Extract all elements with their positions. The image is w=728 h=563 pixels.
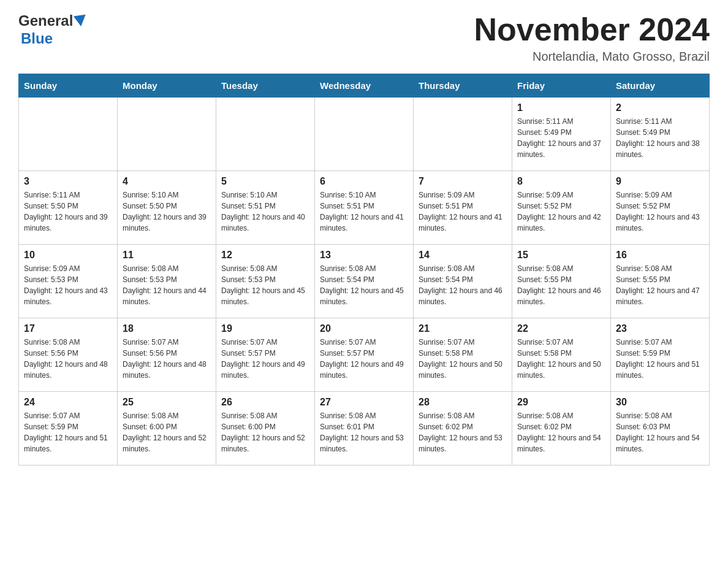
calendar-cell: 23 Sunrise: 5:07 AMSunset: 5:59 PMDaylig… xyxy=(611,318,710,392)
day-number: 12 xyxy=(221,250,309,261)
day-number: 14 xyxy=(419,250,507,261)
logo-area: General Blue xyxy=(18,12,88,48)
day-number: 3 xyxy=(24,176,112,187)
calendar-cell: 11 Sunrise: 5:08 AMSunset: 5:53 PMDaylig… xyxy=(118,245,216,318)
day-info: Sunrise: 5:08 AMSunset: 5:55 PMDaylight:… xyxy=(517,263,605,307)
day-number: 17 xyxy=(24,323,112,334)
calendar-cell: 28 Sunrise: 5:08 AMSunset: 6:02 PMDaylig… xyxy=(414,392,512,465)
location-subtitle: Nortelandia, Mato Grosso, Brazil xyxy=(474,50,710,64)
calendar-cell: 18 Sunrise: 5:07 AMSunset: 5:56 PMDaylig… xyxy=(118,318,216,392)
calendar-cell xyxy=(315,98,414,171)
calendar-cell: 7 Sunrise: 5:09 AMSunset: 5:51 PMDayligh… xyxy=(414,171,512,245)
calendar-cell: 3 Sunrise: 5:11 AMSunset: 5:50 PMDayligh… xyxy=(19,171,118,245)
calendar-cell xyxy=(414,98,512,171)
calendar-cell xyxy=(118,98,216,171)
day-info: Sunrise: 5:08 AMSunset: 5:53 PMDaylight:… xyxy=(221,263,309,307)
calendar-cell: 6 Sunrise: 5:10 AMSunset: 5:51 PMDayligh… xyxy=(315,171,414,245)
day-number: 6 xyxy=(320,176,408,187)
calendar-cell: 5 Sunrise: 5:10 AMSunset: 5:51 PMDayligh… xyxy=(216,171,315,245)
day-info: Sunrise: 5:08 AMSunset: 5:56 PMDaylight:… xyxy=(24,337,112,381)
week-row-3: 10 Sunrise: 5:09 AMSunset: 5:53 PMDaylig… xyxy=(19,245,710,318)
calendar-cell: 8 Sunrise: 5:09 AMSunset: 5:52 PMDayligh… xyxy=(512,171,611,245)
day-info: Sunrise: 5:07 AMSunset: 5:58 PMDaylight:… xyxy=(419,337,507,381)
day-number: 24 xyxy=(24,397,112,408)
calendar-cell xyxy=(216,98,315,171)
calendar-cell: 16 Sunrise: 5:08 AMSunset: 5:55 PMDaylig… xyxy=(611,245,710,318)
calendar-cell: 21 Sunrise: 5:07 AMSunset: 5:58 PMDaylig… xyxy=(414,318,512,392)
day-number: 9 xyxy=(616,176,704,187)
week-row-4: 17 Sunrise: 5:08 AMSunset: 5:56 PMDaylig… xyxy=(19,318,710,392)
week-row-5: 24 Sunrise: 5:07 AMSunset: 5:59 PMDaylig… xyxy=(19,392,710,465)
day-number: 21 xyxy=(419,323,507,334)
day-info: Sunrise: 5:10 AMSunset: 5:51 PMDaylight:… xyxy=(320,190,408,234)
day-number: 8 xyxy=(517,176,605,187)
calendar-cell: 12 Sunrise: 5:08 AMSunset: 5:53 PMDaylig… xyxy=(216,245,315,318)
day-number: 23 xyxy=(616,323,704,334)
calendar-cell: 26 Sunrise: 5:08 AMSunset: 6:00 PMDaylig… xyxy=(216,392,315,465)
calendar-cell: 20 Sunrise: 5:07 AMSunset: 5:57 PMDaylig… xyxy=(315,318,414,392)
day-number: 10 xyxy=(24,250,112,261)
header-monday: Monday xyxy=(118,74,216,98)
day-info: Sunrise: 5:07 AMSunset: 5:57 PMDaylight:… xyxy=(221,337,309,381)
day-info: Sunrise: 5:10 AMSunset: 5:51 PMDaylight:… xyxy=(221,190,309,234)
day-info: Sunrise: 5:08 AMSunset: 6:01 PMDaylight:… xyxy=(320,410,408,454)
month-title: November 2024 xyxy=(474,12,710,47)
day-info: Sunrise: 5:11 AMSunset: 5:50 PMDaylight:… xyxy=(24,190,112,234)
calendar-cell: 4 Sunrise: 5:10 AMSunset: 5:50 PMDayligh… xyxy=(118,171,216,245)
page-header: General Blue November 2024 Nortelandia, … xyxy=(18,12,710,64)
day-number: 4 xyxy=(123,176,211,187)
week-row-1: 1 Sunrise: 5:11 AMSunset: 5:49 PMDayligh… xyxy=(19,98,710,171)
day-number: 27 xyxy=(320,397,408,408)
header-thursday: Thursday xyxy=(414,74,512,98)
calendar-cell: 14 Sunrise: 5:08 AMSunset: 5:54 PMDaylig… xyxy=(414,245,512,318)
day-number: 30 xyxy=(616,397,704,408)
calendar-cell: 13 Sunrise: 5:08 AMSunset: 5:54 PMDaylig… xyxy=(315,245,414,318)
day-info: Sunrise: 5:08 AMSunset: 6:02 PMDaylight:… xyxy=(419,410,507,454)
calendar-cell: 30 Sunrise: 5:08 AMSunset: 6:03 PMDaylig… xyxy=(611,392,710,465)
day-info: Sunrise: 5:08 AMSunset: 6:00 PMDaylight:… xyxy=(221,410,309,454)
day-number: 29 xyxy=(517,397,605,408)
day-info: Sunrise: 5:09 AMSunset: 5:52 PMDaylight:… xyxy=(517,190,605,234)
day-info: Sunrise: 5:07 AMSunset: 5:59 PMDaylight:… xyxy=(616,337,704,381)
day-number: 15 xyxy=(517,250,605,261)
header-friday: Friday xyxy=(512,74,611,98)
calendar-cell: 1 Sunrise: 5:11 AMSunset: 5:49 PMDayligh… xyxy=(512,98,611,171)
day-info: Sunrise: 5:08 AMSunset: 6:03 PMDaylight:… xyxy=(616,410,704,454)
calendar-cell: 17 Sunrise: 5:08 AMSunset: 5:56 PMDaylig… xyxy=(19,318,118,392)
calendar-cell: 9 Sunrise: 5:09 AMSunset: 5:52 PMDayligh… xyxy=(611,171,710,245)
day-info: Sunrise: 5:08 AMSunset: 5:53 PMDaylight:… xyxy=(123,263,211,307)
day-number: 11 xyxy=(123,250,211,261)
calendar-cell: 15 Sunrise: 5:08 AMSunset: 5:55 PMDaylig… xyxy=(512,245,611,318)
day-number: 28 xyxy=(419,397,507,408)
day-number: 5 xyxy=(221,176,309,187)
day-number: 18 xyxy=(123,323,211,334)
day-info: Sunrise: 5:08 AMSunset: 5:54 PMDaylight:… xyxy=(320,263,408,307)
day-number: 22 xyxy=(517,323,605,334)
day-info: Sunrise: 5:10 AMSunset: 5:50 PMDaylight:… xyxy=(123,190,211,234)
day-number: 1 xyxy=(517,102,605,113)
day-info: Sunrise: 5:09 AMSunset: 5:52 PMDaylight:… xyxy=(616,190,704,234)
day-number: 20 xyxy=(320,323,408,334)
header-saturday: Saturday xyxy=(611,74,710,98)
logo: General Blue xyxy=(18,12,88,48)
day-info: Sunrise: 5:07 AMSunset: 5:56 PMDaylight:… xyxy=(123,337,211,381)
calendar-cell: 22 Sunrise: 5:07 AMSunset: 5:58 PMDaylig… xyxy=(512,318,611,392)
day-info: Sunrise: 5:08 AMSunset: 6:00 PMDaylight:… xyxy=(123,410,211,454)
day-number: 16 xyxy=(616,250,704,261)
calendar-cell: 27 Sunrise: 5:08 AMSunset: 6:01 PMDaylig… xyxy=(315,392,414,465)
day-number: 19 xyxy=(221,323,309,334)
day-info: Sunrise: 5:11 AMSunset: 5:49 PMDaylight:… xyxy=(517,116,605,160)
day-info: Sunrise: 5:08 AMSunset: 6:02 PMDaylight:… xyxy=(517,410,605,454)
week-row-2: 3 Sunrise: 5:11 AMSunset: 5:50 PMDayligh… xyxy=(19,171,710,245)
day-number: 26 xyxy=(221,397,309,408)
day-number: 2 xyxy=(616,102,704,113)
day-number: 7 xyxy=(419,176,507,187)
day-info: Sunrise: 5:11 AMSunset: 5:49 PMDaylight:… xyxy=(616,116,704,160)
calendar-cell: 19 Sunrise: 5:07 AMSunset: 5:57 PMDaylig… xyxy=(216,318,315,392)
day-number: 13 xyxy=(320,250,408,261)
day-info: Sunrise: 5:08 AMSunset: 5:54 PMDaylight:… xyxy=(419,263,507,307)
day-info: Sunrise: 5:07 AMSunset: 5:59 PMDaylight:… xyxy=(24,410,112,454)
day-info: Sunrise: 5:09 AMSunset: 5:53 PMDaylight:… xyxy=(24,263,112,307)
header-sunday: Sunday xyxy=(19,74,118,98)
calendar-cell xyxy=(19,98,118,171)
